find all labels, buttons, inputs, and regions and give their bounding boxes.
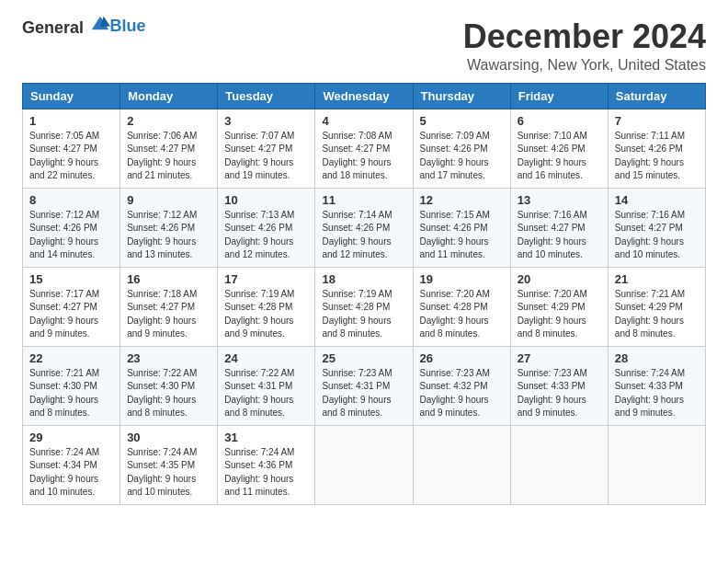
calendar-week-row: 8Sunrise: 7:12 AMSunset: 4:26 PMDaylight…	[23, 188, 706, 267]
day-info: Sunrise: 7:16 AMSunset: 4:27 PMDaylight:…	[615, 209, 699, 262]
day-number: 29	[29, 431, 113, 444]
day-number: 15	[29, 272, 113, 286]
calendar-table: SundayMondayTuesdayWednesdayThursdayFrid…	[22, 83, 706, 505]
day-info: Sunrise: 7:23 AMSunset: 4:31 PMDaylight:…	[322, 367, 405, 420]
day-number: 24	[224, 351, 308, 365]
day-number: 3	[224, 114, 308, 128]
calendar-cell: 4Sunrise: 7:08 AMSunset: 4:27 PMDaylight…	[315, 109, 413, 188]
day-number: 16	[127, 272, 210, 286]
calendar-cell	[510, 425, 608, 504]
logo-general-text: General	[22, 18, 84, 37]
day-info: Sunrise: 7:21 AMSunset: 4:29 PMDaylight:…	[615, 288, 699, 341]
calendar-cell: 18Sunrise: 7:19 AMSunset: 4:28 PMDayligh…	[315, 267, 413, 346]
calendar-cell: 8Sunrise: 7:12 AMSunset: 4:26 PMDaylight…	[23, 188, 120, 267]
day-info: Sunrise: 7:15 AMSunset: 4:26 PMDaylight:…	[420, 209, 504, 262]
calendar-cell: 23Sunrise: 7:22 AMSunset: 4:30 PMDayligh…	[120, 346, 218, 425]
calendar-cell	[608, 425, 705, 504]
day-number: 4	[322, 114, 405, 128]
day-number: 13	[518, 193, 601, 207]
day-number: 17	[224, 272, 308, 286]
month-title: December 2024	[463, 18, 706, 55]
day-number: 25	[322, 351, 405, 365]
calendar-week-row: 29Sunrise: 7:24 AMSunset: 4:34 PMDayligh…	[23, 425, 706, 504]
day-info: Sunrise: 7:22 AMSunset: 4:31 PMDaylight:…	[224, 367, 308, 420]
day-info: Sunrise: 7:24 AMSunset: 4:36 PMDaylight:…	[224, 446, 308, 500]
day-number: 11	[322, 193, 405, 207]
calendar-cell: 10Sunrise: 7:13 AMSunset: 4:26 PMDayligh…	[218, 188, 315, 267]
calendar-cell: 25Sunrise: 7:23 AMSunset: 4:31 PMDayligh…	[315, 346, 413, 425]
day-number: 8	[29, 193, 113, 207]
calendar-cell: 15Sunrise: 7:17 AMSunset: 4:27 PMDayligh…	[23, 267, 120, 346]
day-number: 2	[127, 114, 210, 128]
day-number: 19	[420, 272, 504, 286]
calendar-cell: 17Sunrise: 7:19 AMSunset: 4:28 PMDayligh…	[218, 267, 315, 346]
calendar-cell: 24Sunrise: 7:22 AMSunset: 4:31 PMDayligh…	[218, 346, 315, 425]
location-title: Wawarsing, New York, United States	[463, 57, 706, 74]
day-info: Sunrise: 7:19 AMSunset: 4:28 PMDaylight:…	[322, 288, 405, 341]
calendar-cell	[315, 425, 413, 504]
calendar-cell: 30Sunrise: 7:24 AMSunset: 4:35 PMDayligh…	[120, 425, 218, 504]
calendar-cell: 21Sunrise: 7:21 AMSunset: 4:29 PMDayligh…	[608, 267, 705, 346]
calendar-cell: 29Sunrise: 7:24 AMSunset: 4:34 PMDayligh…	[23, 425, 120, 504]
calendar-week-row: 1Sunrise: 7:05 AMSunset: 4:27 PMDaylight…	[23, 109, 706, 188]
day-number: 26	[420, 351, 504, 365]
calendar-cell	[413, 425, 510, 504]
day-info: Sunrise: 7:10 AMSunset: 4:26 PMDaylight:…	[518, 130, 601, 183]
day-info: Sunrise: 7:14 AMSunset: 4:26 PMDaylight:…	[322, 209, 405, 262]
day-number: 9	[127, 193, 210, 207]
day-number: 21	[615, 272, 699, 286]
day-info: Sunrise: 7:08 AMSunset: 4:27 PMDaylight:…	[322, 130, 405, 183]
calendar-cell: 26Sunrise: 7:23 AMSunset: 4:32 PMDayligh…	[413, 346, 510, 425]
calendar-cell: 11Sunrise: 7:14 AMSunset: 4:26 PMDayligh…	[315, 188, 413, 267]
calendar-cell: 28Sunrise: 7:24 AMSunset: 4:33 PMDayligh…	[608, 346, 705, 425]
weekday-header-friday: Friday	[510, 83, 608, 109]
day-number: 23	[127, 351, 210, 365]
day-info: Sunrise: 7:24 AMSunset: 4:33 PMDaylight:…	[615, 367, 699, 420]
calendar-week-row: 15Sunrise: 7:17 AMSunset: 4:27 PMDayligh…	[23, 267, 706, 346]
day-number: 30	[127, 431, 210, 444]
calendar-cell: 12Sunrise: 7:15 AMSunset: 4:26 PMDayligh…	[413, 188, 510, 267]
day-info: Sunrise: 7:13 AMSunset: 4:26 PMDaylight:…	[224, 209, 308, 262]
day-info: Sunrise: 7:23 AMSunset: 4:33 PMDaylight:…	[518, 367, 601, 420]
day-number: 20	[518, 272, 601, 286]
day-info: Sunrise: 7:17 AMSunset: 4:27 PMDaylight:…	[29, 288, 113, 341]
day-number: 31	[224, 431, 308, 444]
day-info: Sunrise: 7:16 AMSunset: 4:27 PMDaylight:…	[518, 209, 601, 262]
calendar-cell: 2Sunrise: 7:06 AMSunset: 4:27 PMDaylight…	[120, 109, 218, 188]
day-info: Sunrise: 7:07 AMSunset: 4:27 PMDaylight:…	[224, 130, 308, 183]
day-info: Sunrise: 7:09 AMSunset: 4:26 PMDaylight:…	[420, 130, 504, 183]
weekday-header-monday: Monday	[120, 83, 218, 109]
calendar-cell: 13Sunrise: 7:16 AMSunset: 4:27 PMDayligh…	[510, 188, 608, 267]
weekday-header-row: SundayMondayTuesdayWednesdayThursdayFrid…	[23, 83, 706, 109]
day-info: Sunrise: 7:24 AMSunset: 4:34 PMDaylight:…	[29, 446, 113, 500]
day-info: Sunrise: 7:12 AMSunset: 4:26 PMDaylight:…	[29, 209, 113, 262]
day-info: Sunrise: 7:20 AMSunset: 4:29 PMDaylight:…	[518, 288, 601, 341]
calendar-cell: 9Sunrise: 7:12 AMSunset: 4:26 PMDaylight…	[120, 188, 218, 267]
logo-icon	[90, 13, 110, 33]
logo-blue-text: Blue	[110, 17, 146, 36]
calendar-cell: 20Sunrise: 7:20 AMSunset: 4:29 PMDayligh…	[510, 267, 608, 346]
page-header: General Blue December 2024 Wawarsing, Ne…	[22, 18, 706, 74]
calendar-cell: 14Sunrise: 7:16 AMSunset: 4:27 PMDayligh…	[608, 188, 705, 267]
day-number: 27	[518, 351, 601, 365]
calendar-cell: 31Sunrise: 7:24 AMSunset: 4:36 PMDayligh…	[218, 425, 315, 504]
logo: General Blue	[22, 18, 146, 38]
day-info: Sunrise: 7:24 AMSunset: 4:35 PMDaylight:…	[127, 446, 210, 500]
day-number: 6	[518, 114, 601, 128]
calendar-week-row: 22Sunrise: 7:21 AMSunset: 4:30 PMDayligh…	[23, 346, 706, 425]
calendar-cell: 16Sunrise: 7:18 AMSunset: 4:27 PMDayligh…	[120, 267, 218, 346]
day-info: Sunrise: 7:20 AMSunset: 4:28 PMDaylight:…	[420, 288, 504, 341]
calendar-cell: 7Sunrise: 7:11 AMSunset: 4:26 PMDaylight…	[608, 109, 705, 188]
day-info: Sunrise: 7:23 AMSunset: 4:32 PMDaylight:…	[420, 367, 504, 420]
calendar-cell: 5Sunrise: 7:09 AMSunset: 4:26 PMDaylight…	[413, 109, 510, 188]
day-info: Sunrise: 7:12 AMSunset: 4:26 PMDaylight:…	[127, 209, 210, 262]
calendar-cell: 6Sunrise: 7:10 AMSunset: 4:26 PMDaylight…	[510, 109, 608, 188]
calendar-cell: 19Sunrise: 7:20 AMSunset: 4:28 PMDayligh…	[413, 267, 510, 346]
day-number: 10	[224, 193, 308, 207]
weekday-header-sunday: Sunday	[23, 83, 120, 109]
calendar-cell: 3Sunrise: 7:07 AMSunset: 4:27 PMDaylight…	[218, 109, 315, 188]
day-info: Sunrise: 7:18 AMSunset: 4:27 PMDaylight:…	[127, 288, 210, 341]
weekday-header-tuesday: Tuesday	[218, 83, 315, 109]
calendar-cell: 1Sunrise: 7:05 AMSunset: 4:27 PMDaylight…	[23, 109, 120, 188]
day-info: Sunrise: 7:22 AMSunset: 4:30 PMDaylight:…	[127, 367, 210, 420]
